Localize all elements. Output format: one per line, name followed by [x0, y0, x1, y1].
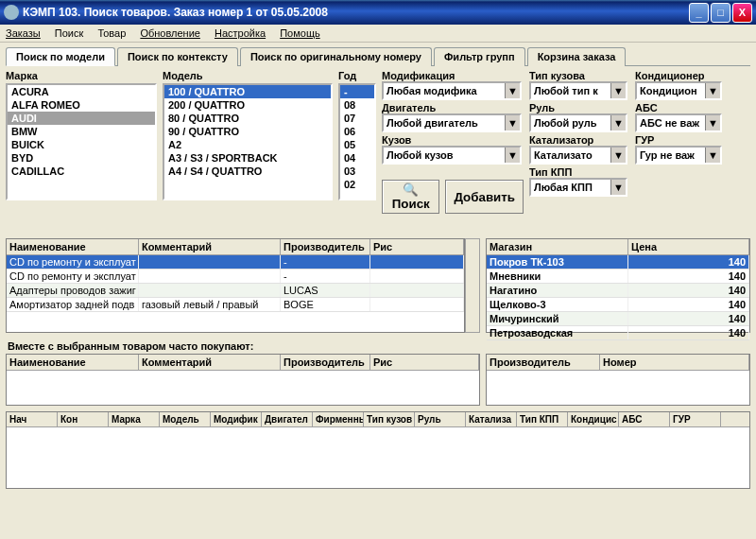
list-item[interactable]: BMW: [8, 125, 155, 138]
products-grid[interactable]: Наименование Комментарий Производитель Р…: [6, 238, 465, 333]
scrollbar[interactable]: [465, 238, 480, 333]
bottom-grid[interactable]: НачКонМаркаМодельМодификДвигателФирменнь…: [6, 411, 750, 489]
col-maker2[interactable]: Производитель: [487, 355, 600, 370]
tab-by-oem[interactable]: Поиск по оригинальному номеру: [240, 47, 432, 66]
tab-by-context[interactable]: Поиск по контексту: [117, 47, 238, 66]
table-row[interactable]: Адаптеры проводов зажигLUCAS: [7, 284, 464, 298]
related-grid[interactable]: Наименование Комментарий Производитель Р…: [6, 354, 480, 406]
list-item[interactable]: BYD: [8, 151, 155, 165]
engine-combo[interactable]: Любой двигатель▼: [382, 113, 522, 132]
body-combo[interactable]: Любой кузов▼: [382, 146, 522, 165]
col-header[interactable]: ГУР: [670, 412, 721, 426]
list-item[interactable]: 90 / QUATTRO: [164, 125, 331, 138]
chevron-down-icon[interactable]: ▼: [610, 83, 626, 98]
menu-help[interactable]: Помощь: [280, 27, 320, 39]
col-header[interactable]: Тип кузов: [364, 412, 415, 426]
tab-by-model[interactable]: Поиск по модели: [6, 47, 115, 66]
stores-grid[interactable]: Магазин Цена Покров ТК-103140Мневники140…: [486, 238, 750, 333]
table-row[interactable]: Амортизатор задней подвгазовый левый / п…: [7, 298, 464, 312]
col-number[interactable]: Номер: [600, 355, 749, 370]
col-header[interactable]: Фирменнь: [313, 412, 364, 426]
col-header[interactable]: АБС: [619, 412, 670, 426]
list-item[interactable]: A3 / S3 / SPORTBACK: [164, 151, 331, 165]
col-store[interactable]: Магазин: [487, 239, 628, 254]
col-name[interactable]: Наименование: [7, 239, 139, 254]
menu-search[interactable]: Поиск: [55, 27, 83, 39]
list-item[interactable]: A2: [164, 138, 331, 151]
catalyst-combo[interactable]: Катализато▼: [529, 146, 627, 165]
chevron-down-icon[interactable]: ▼: [610, 148, 626, 163]
tab-group-filter[interactable]: Фильтр групп: [434, 47, 525, 66]
table-row[interactable]: Нагатино140: [487, 284, 749, 298]
col-header[interactable]: Тип КПП: [517, 412, 568, 426]
col-header[interactable]: Нач: [7, 412, 58, 426]
list-item[interactable]: AUDI: [8, 112, 155, 125]
chevron-down-icon[interactable]: ▼: [505, 83, 520, 98]
col-header[interactable]: Руль: [415, 412, 466, 426]
col-header[interactable]: Катализа: [466, 412, 517, 426]
chevron-down-icon[interactable]: ▼: [705, 83, 720, 98]
tab-cart[interactable]: Корзина заказа: [527, 47, 627, 66]
menu-product[interactable]: Товар: [97, 27, 126, 39]
chevron-down-icon[interactable]: ▼: [705, 148, 720, 163]
minimize-button[interactable]: _: [689, 3, 709, 23]
table-row[interactable]: CD по ремонту и эксплуат-: [7, 255, 464, 270]
list-item[interactable]: 07: [340, 112, 374, 125]
chevron-down-icon[interactable]: ▼: [610, 115, 626, 130]
table-row[interactable]: Покров ТК-103140: [487, 255, 749, 270]
col-maker[interactable]: Производитель: [281, 239, 370, 254]
body-type-combo[interactable]: Любой тип к▼: [529, 81, 627, 100]
list-item[interactable]: 200 / QUATTRO: [164, 98, 331, 112]
list-item[interactable]: 06: [340, 125, 374, 138]
menu-update[interactable]: Обновление: [140, 27, 200, 39]
add-button[interactable]: Добавить: [445, 180, 524, 214]
window-title: КЭМП 103. Поиск товаров. Заказ номер 1 о…: [23, 6, 687, 19]
maximize-button[interactable]: □: [711, 3, 730, 23]
ac-combo[interactable]: Кондицион▼: [635, 81, 722, 100]
modification-combo[interactable]: Любая модифика▼: [382, 81, 522, 100]
maker-number-grid[interactable]: Производитель Номер: [486, 354, 750, 406]
list-item[interactable]: A4 / S4 / QUATTRO: [164, 165, 331, 178]
table-row[interactable]: CD по ремонту и эксплуат-: [7, 270, 464, 284]
list-item[interactable]: ALFA ROMEO: [8, 98, 155, 112]
list-item[interactable]: -: [340, 85, 374, 98]
gur-combo[interactable]: Гур не важ▼: [635, 146, 722, 165]
brand-listbox[interactable]: ACURAALFA ROMEOAUDIBMWBUICKBYDCADILLAC: [6, 83, 157, 200]
chevron-down-icon[interactable]: ▼: [505, 115, 520, 130]
year-listbox[interactable]: -08070605040302: [338, 83, 376, 200]
chevron-down-icon[interactable]: ▼: [505, 148, 520, 163]
col-comment[interactable]: Комментарий: [139, 239, 281, 254]
list-item[interactable]: CADILLAC: [8, 165, 155, 178]
table-row[interactable]: Щелково-3140: [487, 298, 749, 312]
chevron-down-icon[interactable]: ▼: [610, 180, 626, 195]
modification-label: Модификация: [382, 70, 522, 81]
list-item[interactable]: 05: [340, 138, 374, 151]
table-row[interactable]: Мневники140: [487, 270, 749, 284]
list-item[interactable]: 04: [340, 151, 374, 165]
table-row[interactable]: Мичуринский140: [487, 312, 749, 326]
menu-orders[interactable]: Заказы: [6, 27, 41, 39]
menu-settings[interactable]: Настройка: [215, 27, 266, 39]
list-item[interactable]: 100 / QUATTRO: [164, 85, 331, 98]
col-header[interactable]: Кон: [58, 412, 109, 426]
list-item[interactable]: 02: [340, 178, 374, 191]
col-pic[interactable]: Рис: [370, 239, 464, 254]
kpp-combo[interactable]: Любая КПП▼: [529, 178, 627, 197]
list-item[interactable]: BUICK: [8, 138, 155, 151]
search-button[interactable]: 🔍 Поиск: [382, 180, 439, 214]
col-price[interactable]: Цена: [628, 239, 749, 254]
col-header[interactable]: Марка: [109, 412, 160, 426]
model-listbox[interactable]: 100 / QUATTRO200 / QUATTRO80 / QUATTRO90…: [163, 83, 333, 200]
col-header[interactable]: Модифик: [211, 412, 262, 426]
list-item[interactable]: 08: [340, 98, 374, 112]
col-header[interactable]: Двигател: [262, 412, 313, 426]
abs-combo[interactable]: АБС не важ▼: [635, 113, 722, 132]
list-item[interactable]: 03: [340, 165, 374, 178]
chevron-down-icon[interactable]: ▼: [705, 115, 720, 130]
steering-combo[interactable]: Любой руль▼: [529, 113, 627, 132]
list-item[interactable]: ACURA: [8, 85, 155, 98]
close-button[interactable]: X: [732, 3, 752, 23]
list-item[interactable]: 80 / QUATTRO: [164, 112, 331, 125]
col-header[interactable]: Модель: [160, 412, 211, 426]
col-header[interactable]: Кондицис: [568, 412, 619, 426]
